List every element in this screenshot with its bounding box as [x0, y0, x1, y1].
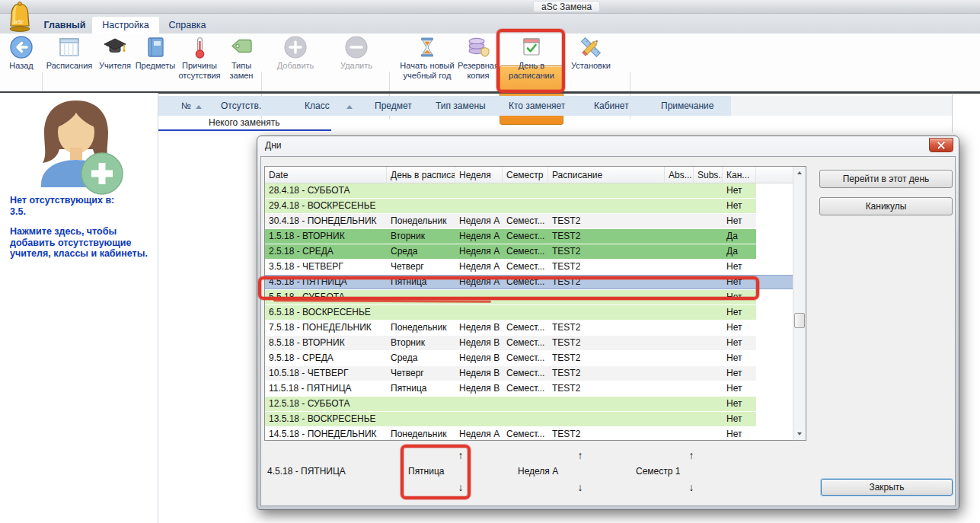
day-row[interactable]: 1.5.18 - ВТОРНИКВторникНеделя АСемест...… — [265, 229, 793, 244]
day-row[interactable]: 6.5.18 - ВОСКРЕСЕНЬЕНет — [265, 305, 793, 320]
col-number[interactable]: № — [181, 96, 202, 116]
day-cell: Нет — [723, 275, 756, 289]
day-row[interactable]: 5.5.18 - СУББОТАНет — [265, 290, 793, 305]
days-dialog-titlebar[interactable]: Дни — [257, 136, 959, 156]
day-cell: Понедельник — [387, 427, 455, 440]
teachers-button[interactable]: Учителя — [93, 35, 137, 71]
timetables-button[interactable]: Расписания — [44, 35, 94, 71]
tag-icon — [229, 35, 254, 59]
col-absent[interactable]: Отсутств. — [221, 96, 261, 116]
back-arrow-icon — [9, 35, 34, 59]
col-subject[interactable]: Предмет — [375, 96, 412, 116]
add-absent-avatar-icon[interactable] — [27, 99, 125, 198]
day-cell — [665, 275, 694, 289]
days-list-scrollbar[interactable] — [793, 167, 806, 440]
scroll-down-icon[interactable] — [793, 428, 806, 440]
days-list-column-header[interactable]: Кан... — [723, 167, 756, 183]
day-stepper-up[interactable]: ↑ — [454, 448, 468, 462]
day-row[interactable]: 13.5.18 - ВОСКРЕСЕНЬЕНет — [265, 412, 793, 427]
day-row[interactable]: 7.5.18 - ПОНЕДЕЛЬНИКПонедельникНеделя ВС… — [265, 320, 793, 336]
timetable-grid-icon — [57, 35, 81, 59]
day-cell: Нет — [723, 214, 756, 228]
day-cell: Неделя А — [455, 244, 503, 259]
day-cell — [756, 412, 793, 426]
day-stepper-down[interactable]: ↓ — [454, 480, 468, 494]
day-row[interactable]: 11.5.18 - ПЯТНИЦАПятницаНеделя ВСемест..… — [265, 381, 793, 397]
day-row[interactable]: 29.4.18 - ВОСКРЕСЕНЬЕНет — [265, 199, 793, 214]
days-dialog: Дни DateДень в расписа...НеделяСеместрРа… — [257, 136, 959, 510]
tab-settings[interactable]: Настройка — [92, 17, 159, 33]
day-cell — [455, 199, 503, 213]
back-button[interactable]: Назад — [2, 35, 40, 71]
days-list-column-header[interactable]: Subs... — [694, 167, 723, 183]
delete-button[interactable]: Удалить — [333, 35, 380, 71]
col-substitution-type[interactable]: Тип замены — [436, 96, 486, 116]
day-cell — [455, 412, 503, 426]
day-cell — [756, 260, 793, 274]
days-list-column-header[interactable]: Date — [265, 167, 387, 183]
day-cell — [548, 305, 665, 320]
goto-day-button[interactable]: Перейти в этот день — [819, 170, 953, 188]
scroll-up-icon[interactable] — [793, 167, 806, 179]
absent-panel[interactable]: Нет отсутствующих в: 3.5. Нажмите здесь,… — [0, 93, 158, 523]
backup-button[interactable]: Резервная копия — [455, 35, 501, 81]
day-cell — [665, 412, 694, 426]
day-row[interactable]: 2.5.18 - СРЕДАСредаНеделя АСемест...TEST… — [265, 244, 793, 260]
day-cell — [503, 412, 548, 426]
day-row[interactable]: 14.5.18 - ПОНЕДЕЛЬНИКПонедельникНеделя А… — [265, 427, 793, 440]
absence-reasons-button[interactable]: Причины отсутствия — [177, 35, 222, 81]
col-room[interactable]: Кабинет — [594, 96, 629, 116]
day-cell — [756, 351, 793, 365]
days-list-column-header[interactable]: Abs... — [665, 167, 694, 183]
close-button[interactable] — [929, 138, 953, 152]
tab-help[interactable]: Справка — [164, 17, 210, 33]
holidays-button[interactable]: Каникулы — [819, 197, 953, 215]
week-stepper-up[interactable]: ↑ — [573, 448, 587, 462]
day-cell — [756, 183, 793, 198]
day-cell — [665, 366, 694, 381]
semester-stepper-up[interactable]: ↑ — [685, 448, 698, 462]
day-row[interactable]: 3.5.18 - ЧЕТВЕРГЧетвергНеделя АСемест...… — [265, 260, 793, 275]
day-cell — [694, 381, 723, 396]
day-row[interactable]: 8.5.18 - ВТОРНИКВторникНеделя ВСемест...… — [265, 336, 793, 351]
week-stepper-down[interactable]: ↓ — [573, 480, 587, 494]
tab-main[interactable]: Главный — [40, 17, 90, 33]
col-substitute[interactable]: Кто заменяет — [509, 96, 565, 116]
scrollbar-thumb[interactable] — [794, 313, 805, 328]
add-button[interactable]: Добавить — [272, 35, 319, 71]
day-cell — [756, 275, 793, 289]
col-class[interactable]: Класс — [305, 96, 353, 116]
semester-stepper-down[interactable]: ↓ — [685, 480, 698, 494]
day-in-timetable-button[interactable]: День в расписании — [501, 35, 562, 81]
day-cell: Неделя В — [455, 351, 503, 365]
col-note[interactable]: Примечание — [661, 96, 713, 116]
day-row[interactable]: 9.5.18 - СРЕДАСредаНеделя ВСемест...TEST… — [265, 351, 793, 366]
days-list-column-header[interactable]: День в расписа... — [387, 167, 455, 183]
asc-bell-logo-icon[interactable]: aSc — [5, 1, 35, 33]
new-school-year-button[interactable]: Начать новый учебный год — [392, 35, 462, 81]
day-row-selected[interactable]: 4.5.18 - ПЯТНИЦАПятницаНеделя АСемест...… — [265, 275, 793, 290]
days-list-column-header[interactable]: Неделя — [455, 167, 503, 183]
day-cell — [756, 199, 793, 213]
day-cell — [694, 351, 723, 365]
day-cell: Нет — [723, 183, 756, 198]
no-absents-line1: Нет отсутствующих в: — [10, 195, 150, 206]
settings-button[interactable]: Установки — [567, 35, 614, 71]
days-list-column-header[interactable]: Семестр — [503, 167, 548, 183]
day-cell: TEST2 — [548, 244, 665, 259]
day-cell: 1.5.18 - ВТОРНИК — [265, 229, 387, 244]
day-cell — [756, 336, 793, 350]
day-cell: Семест... — [503, 320, 548, 335]
day-row[interactable]: 30.4.18 - ПОНЕДЕЛЬНИКПонедельникНеделя А… — [265, 214, 793, 229]
close-dialog-button[interactable]: Закрыть — [821, 479, 953, 496]
svg-text:aSc: aSc — [14, 19, 24, 24]
substitution-types-button[interactable]: Типы замен — [224, 35, 259, 81]
day-cell — [694, 305, 723, 320]
subjects-button[interactable]: Предметы — [134, 35, 177, 71]
day-row[interactable]: 12.5.18 - СУББОТАНет — [265, 397, 793, 412]
day-cell: TEST2 — [548, 336, 665, 350]
day-row[interactable]: 10.5.18 - ЧЕТВЕРГЧетвергНеделя ВСемест..… — [265, 366, 793, 381]
days-list-column-header[interactable]: Расписание — [548, 167, 665, 183]
week-stepper-value: Неделя А — [518, 464, 558, 479]
day-row[interactable]: 28.4.18 - СУББОТАНет — [265, 183, 793, 199]
